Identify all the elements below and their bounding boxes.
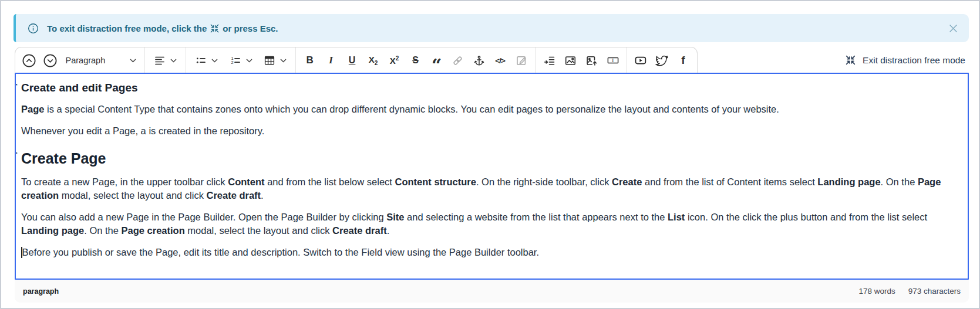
block-quote-button[interactable]: “: [426, 50, 447, 71]
text-alignment-dropdown[interactable]: [149, 50, 182, 71]
facebook-icon: f: [681, 54, 685, 67]
insert-custom-tag-icon: [544, 55, 555, 66]
bold-button[interactable]: B: [299, 50, 320, 71]
chevron-down-icon: [170, 59, 177, 63]
underline-button[interactable]: U: [342, 50, 362, 71]
block-quote-icon: “: [432, 63, 442, 68]
field-box-icon: I: [607, 55, 619, 66]
subscript-button[interactable]: X2: [363, 50, 383, 71]
embed-youtube-button[interactable]: [631, 50, 651, 71]
chevron-down-icon: [246, 59, 252, 63]
current-block-type-label: paragraph: [23, 287, 59, 296]
code-button[interactable]: </>: [490, 50, 510, 71]
info-icon: [28, 23, 39, 34]
svg-text:2: 2: [231, 60, 233, 65]
edit-source-button[interactable]: [511, 50, 531, 71]
code-icon: </>: [495, 56, 505, 65]
move-up-button[interactable]: [19, 50, 39, 71]
embed-twitter-button[interactable]: [652, 50, 672, 71]
exit-hint-banner: To exit distraction free mode, click the…: [14, 14, 969, 42]
heading-block[interactable]: ↗Create and edit Pages: [21, 82, 959, 94]
paragraph-block[interactable]: To create a new Page, in the upper toolb…: [21, 175, 959, 202]
embed-facebook-button[interactable]: f: [673, 50, 693, 71]
banner-message: To exit distraction free mode, click the…: [47, 23, 278, 33]
editor-status-bar: paragraph 178 words 973 characters: [15, 280, 969, 303]
collapse-arrows-icon: [845, 55, 856, 66]
heading-anchor-marker: ↗: [15, 151, 18, 157]
paragraph-style-dropdown[interactable]: Paragraph: [61, 50, 141, 71]
distraction-free-editor-window: To exit distraction free mode, click the…: [0, 0, 980, 309]
character-count: 973 characters: [908, 287, 961, 296]
heading-anchor-marker: ↗: [15, 83, 18, 88]
svg-text:I: I: [612, 57, 614, 63]
insert-image-button[interactable]: [560, 50, 581, 71]
bulleted-list-dropdown[interactable]: [190, 50, 223, 71]
chevron-down-icon: [130, 59, 136, 63]
move-down-button[interactable]: [40, 50, 60, 71]
image-upload-icon: [585, 55, 598, 67]
anchor-button[interactable]: [469, 50, 489, 71]
upload-image-button[interactable]: [581, 50, 602, 71]
numbered-list-dropdown[interactable]: 1 2: [224, 50, 257, 71]
toolbar-separator: [144, 47, 145, 73]
bold-icon: B: [306, 55, 313, 66]
exit-distraction-free-button[interactable]: Exit distraction free mode: [845, 47, 969, 73]
numbered-list-icon: 1 2: [230, 55, 241, 66]
paragraph-block[interactable]: Before you publish or save the Page, edi…: [21, 246, 959, 259]
exit-distraction-free-label: Exit distraction free mode: [863, 55, 965, 66]
toolbar-separator: [186, 47, 186, 73]
collapse-arrows-icon: [210, 23, 220, 33]
strikethrough-button[interactable]: S: [405, 50, 426, 71]
chevron-down-icon: [280, 59, 287, 63]
youtube-icon: [634, 55, 647, 66]
twitter-icon: [655, 55, 668, 66]
italic-button[interactable]: I: [321, 50, 341, 71]
rich-text-editing-area[interactable]: ↗Create and edit PagesPage is a special …: [15, 73, 969, 280]
word-count: 178 words: [858, 287, 895, 296]
editor-toolbar: Paragraph: [15, 47, 698, 73]
chevron-up-circle-icon: [22, 53, 36, 68]
chevron-down-circle-icon: [43, 53, 58, 68]
paragraph-block[interactable]: You can also add a new Page in the Page …: [21, 210, 959, 237]
italic-icon: I: [329, 55, 333, 66]
toolbar-row: Paragraph: [15, 47, 969, 73]
heading-block[interactable]: ↗Create Page: [21, 150, 959, 167]
toolbar-separator: [627, 47, 627, 73]
paragraph-block[interactable]: Page is a special Content Type that cont…: [21, 103, 959, 116]
insert-custom-tag-button[interactable]: [539, 50, 560, 71]
bulleted-list-icon: [195, 55, 207, 66]
superscript-button[interactable]: X2: [384, 50, 405, 71]
image-icon: [564, 55, 577, 67]
align-left-icon: [154, 55, 166, 66]
link-icon: [452, 55, 464, 67]
link-button[interactable]: [447, 50, 468, 71]
insert-table-dropdown[interactable]: [258, 50, 292, 71]
table-icon: [264, 55, 275, 66]
toolbar-separator: [295, 47, 296, 73]
underline-icon: U: [349, 55, 356, 66]
anchor-icon: [473, 55, 485, 66]
superscript-icon: X2: [390, 55, 399, 66]
insert-field-button[interactable]: I: [602, 50, 623, 71]
toolbar-separator: [535, 47, 536, 73]
strikethrough-icon: S: [412, 55, 419, 66]
pencil-square-icon: [516, 55, 527, 66]
paragraph-block[interactable]: Whenever you edit a Page, a is created i…: [21, 124, 959, 138]
banner-close-button[interactable]: [945, 21, 961, 36]
chevron-down-icon: [211, 59, 218, 63]
paragraph-style-label: Paragraph: [66, 56, 106, 65]
subscript-icon: X2: [369, 55, 378, 66]
